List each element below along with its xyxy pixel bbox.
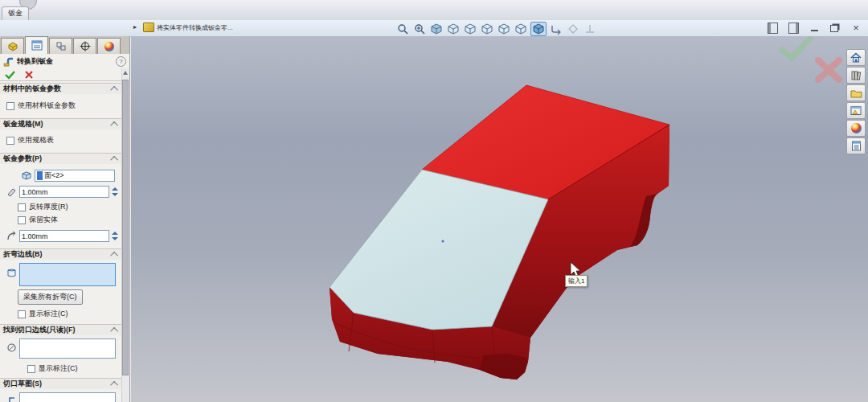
appearances-sphere-icon <box>851 123 862 133</box>
bend-show-callout-label: 显示标注(C) <box>29 309 68 319</box>
home-resources-button[interactable] <box>846 49 866 66</box>
keep-body-label: 保留实体 <box>29 215 58 225</box>
close-button[interactable]: × <box>850 23 862 33</box>
bend-show-callout-checkbox[interactable] <box>18 310 26 318</box>
section-rip-edges-header[interactable]: 找到切口边线(只读)(F) <box>0 324 121 335</box>
solidworks-window: 钣金 ▸ 将实体零件转换成钣金零... <box>0 0 868 402</box>
restore-button[interactable] <box>829 23 841 33</box>
tab-property-manager[interactable] <box>25 36 48 54</box>
tab-configuration-manager[interactable] <box>49 38 72 54</box>
convert-to-sheetmetal-icon <box>3 57 14 67</box>
appearances-scenes-button[interactable] <box>846 120 866 137</box>
use-gauge-table-checkbox[interactable] <box>6 137 14 145</box>
tab-display-manager[interactable] <box>97 38 121 54</box>
ok-button[interactable] <box>4 70 16 80</box>
right-pane-icon <box>788 23 799 34</box>
heads-up-toolbar <box>395 22 597 36</box>
tab-feature-manager[interactable] <box>1 38 24 54</box>
thickness-value: 1.00mm <box>22 188 48 196</box>
front-wheel[interactable] <box>480 354 527 379</box>
flyout-arrow-icon[interactable]: ▸ <box>133 23 137 31</box>
reverse-thickness-checkbox[interactable] <box>18 203 26 211</box>
section-bend-edges-header[interactable]: 折弯边线(B) <box>0 248 121 260</box>
keep-body-checkbox-row: 保留实体 <box>0 215 121 225</box>
folder-icon <box>850 88 862 98</box>
bend-radius-stepper[interactable] <box>112 230 121 242</box>
view-cube-front-icon[interactable] <box>446 23 461 35</box>
collapse-chevron-icon <box>110 381 118 389</box>
collapse-chevron-icon <box>110 121 118 129</box>
bend-radius-icon <box>6 231 17 241</box>
panel-scrollbar[interactable] <box>121 68 129 402</box>
help-icon[interactable]: ? <box>116 56 126 67</box>
step-up-icon <box>112 187 118 191</box>
view-palette-icon <box>850 105 862 116</box>
bend-radius-value: 1.00mm <box>22 232 48 240</box>
close-icon: × <box>853 23 859 32</box>
section-material-header[interactable]: 材料中的钣金参数 <box>0 83 121 94</box>
collapse-chevron-icon <box>110 252 118 260</box>
design-library-button[interactable] <box>846 67 866 84</box>
section-params-header[interactable]: 钣金参数(P) <box>0 153 121 164</box>
rip-edges-show-callout-label: 显示标注(C) <box>39 363 78 374</box>
command-tab-sheetmetal[interactable]: 钣金 <box>2 6 29 20</box>
view-cube-right-icon[interactable] <box>497 23 511 35</box>
use-material-params-checkbox-row: 使用材料钣金参数 <box>0 100 121 111</box>
bend-radius-row: 1.00mm <box>0 230 121 242</box>
title-bar: 钣金 <box>0 0 868 21</box>
view-cube-shaded-icon[interactable] <box>429 23 444 35</box>
scrollbar-thumb[interactable] <box>122 80 129 375</box>
manager-tab-strip <box>0 36 129 54</box>
file-explorer-button[interactable] <box>846 84 866 101</box>
reverse-thickness-label: 反转厚度(R) <box>29 202 68 212</box>
rip-sketches-row <box>0 392 121 402</box>
task-pane-tabs <box>846 49 866 154</box>
scroll-up-icon[interactable] <box>123 71 128 75</box>
thickness-field[interactable]: 1.00mm <box>19 186 109 198</box>
view-palette-button[interactable] <box>846 102 866 119</box>
zoom-to-fit-icon[interactable] <box>395 23 410 35</box>
section-gauge-header[interactable]: 钣金规格(M) <box>0 118 121 129</box>
fixed-face-field[interactable]: 面<2> <box>35 170 115 182</box>
toggle-right-pane-button[interactable] <box>788 23 799 33</box>
confirm-cancel-icon[interactable] <box>818 60 839 80</box>
collect-all-bends-button[interactable]: 采集所有折弯(C) <box>18 289 83 305</box>
minimize-icon <box>811 30 818 31</box>
bend-radius-field[interactable]: 1.00mm <box>19 230 109 242</box>
minimize-button[interactable] <box>809 23 820 33</box>
fixed-face-row: 面<2> <box>0 170 121 182</box>
confirm-accept-icon[interactable] <box>782 39 810 58</box>
toggle-left-pane-button[interactable] <box>767 23 778 33</box>
rip-edges-show-callout-checkbox[interactable] <box>27 365 35 373</box>
keep-body-checkbox[interactable] <box>18 216 26 224</box>
cancel-button[interactable] <box>24 70 34 80</box>
section-rip-sketches-label: 切口草图(S) <box>3 379 42 389</box>
thickness-stepper[interactable] <box>112 186 121 198</box>
section-view-icon[interactable] <box>549 23 563 35</box>
view-cube-top-icon[interactable] <box>514 23 528 35</box>
custom-properties-button[interactable] <box>846 137 866 154</box>
display-style-shaded-edges-icon[interactable] <box>530 22 547 36</box>
section-rip-edges-label: 找到切口边线(只读)(F) <box>3 325 76 335</box>
normal-to-icon[interactable] <box>583 23 597 35</box>
section-rip-sketches-header[interactable]: 切口草图(S) <box>0 378 121 389</box>
feature-breadcrumb[interactable]: 将实体零件转换成钣金零... <box>143 23 233 32</box>
bend-edges-row <box>0 263 121 286</box>
rip-sketches-listbox[interactable] <box>19 392 116 402</box>
tab-dimxpert-manager[interactable] <box>73 38 96 54</box>
section-bend-edges-label: 折弯边线(B) <box>3 249 43 260</box>
section-material-label: 材料中的钣金参数 <box>3 84 61 94</box>
rip-sketches-icon <box>6 396 17 402</box>
rip-edges-listbox[interactable] <box>19 338 116 359</box>
view-cube-back-icon[interactable] <box>463 23 477 35</box>
graphics-viewport[interactable]: 输入1 <box>131 36 868 402</box>
view-orientation-icon[interactable] <box>566 23 580 35</box>
use-material-params-checkbox[interactable] <box>6 102 14 110</box>
bend-edges-listbox[interactable] <box>19 263 116 286</box>
truck-model[interactable] <box>131 36 868 402</box>
bend-edges-icon <box>6 268 17 278</box>
step-up-icon <box>112 232 118 235</box>
view-cube-left-icon[interactable] <box>480 23 494 35</box>
input1-tooltip: 输入1 <box>565 275 588 287</box>
zoom-to-area-icon[interactable] <box>412 23 427 35</box>
